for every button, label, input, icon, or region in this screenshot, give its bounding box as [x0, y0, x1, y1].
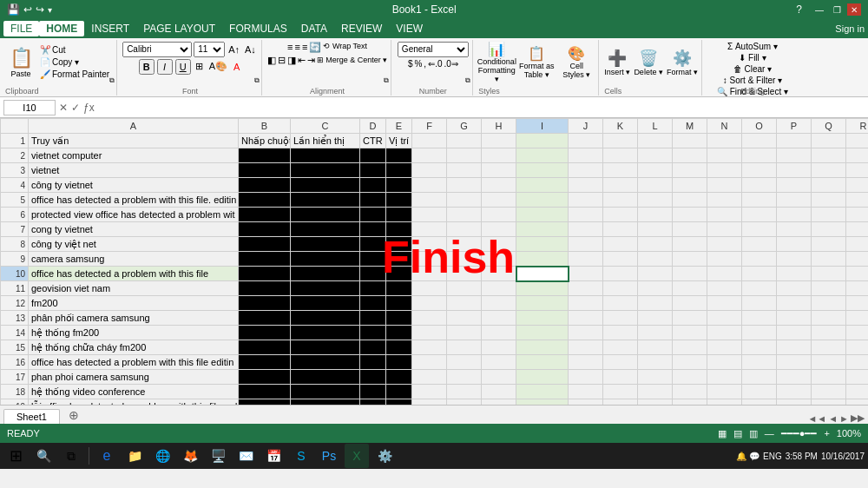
- cell-O6[interactable]: [742, 208, 777, 222]
- font-color-button[interactable]: A: [232, 62, 241, 72]
- col-header-I[interactable]: I: [516, 119, 569, 134]
- cell-C3[interactable]: [291, 163, 360, 178]
- calendar-taskbar-button[interactable]: 📅: [261, 444, 286, 468]
- cell-E19[interactable]: [386, 399, 412, 406]
- cell-R4[interactable]: [846, 178, 869, 193]
- cell-O3[interactable]: [742, 163, 777, 178]
- cell-R17[interactable]: [846, 370, 869, 385]
- cell-N19[interactable]: [707, 399, 742, 406]
- cell-O13[interactable]: [742, 311, 777, 326]
- cell-Q3[interactable]: [812, 163, 846, 178]
- cell-F17[interactable]: [412, 370, 447, 385]
- cell-A11[interactable]: geovision viet nam: [29, 281, 239, 296]
- cell-K8[interactable]: [603, 237, 638, 252]
- cell-P19[interactable]: [777, 399, 812, 406]
- font-grow-button[interactable]: A↑: [227, 44, 241, 55]
- cell-G14[interactable]: [447, 326, 482, 340]
- quick-undo-icon[interactable]: ↩: [23, 3, 32, 16]
- cell-K2[interactable]: [603, 148, 638, 163]
- cell-P16[interactable]: [777, 355, 812, 370]
- cell-M17[interactable]: [673, 370, 707, 385]
- cell-I8[interactable]: [516, 237, 569, 252]
- cell-P9[interactable]: [777, 252, 812, 267]
- cell-B3[interactable]: [239, 163, 291, 178]
- cell-G6[interactable]: [447, 208, 482, 222]
- menu-review[interactable]: REVIEW: [334, 21, 389, 36]
- cell-R6[interactable]: [846, 208, 869, 222]
- cell-A9[interactable]: camera samsung: [29, 252, 239, 267]
- col-header-M[interactable]: M: [673, 119, 707, 134]
- format-as-table-button[interactable]: 📋 Format as Table ▾: [518, 45, 555, 79]
- font-expand[interactable]: ⧉: [254, 76, 260, 85]
- cell-H6[interactable]: [482, 208, 516, 222]
- cell-Q10[interactable]: [812, 267, 846, 281]
- cell-G12[interactable]: [447, 296, 482, 311]
- cell-I12[interactable]: [516, 296, 569, 311]
- col-header-O[interactable]: O: [742, 119, 777, 134]
- cell-D16[interactable]: [360, 355, 386, 370]
- cell-Q11[interactable]: [812, 281, 846, 296]
- cell-H4[interactable]: [482, 178, 516, 193]
- cell-A19[interactable]: lỗi office has detected a problem with t…: [29, 399, 239, 406]
- cell-G15[interactable]: [447, 340, 482, 355]
- cell-A4[interactable]: công ty vietnet: [29, 178, 239, 193]
- cell-K7[interactable]: [603, 222, 638, 237]
- cell-H14[interactable]: [482, 326, 516, 340]
- cell-styles-button[interactable]: 🎨 Cell Styles ▾: [558, 45, 595, 79]
- start-button[interactable]: ⊞: [3, 444, 28, 468]
- autosum-button[interactable]: Σ AutoSum ▾: [727, 42, 778, 51]
- row-number-14[interactable]: 14: [1, 326, 29, 340]
- decrease-indent-button[interactable]: ⇤: [298, 55, 306, 66]
- cell-J19[interactable]: [569, 399, 603, 406]
- cell-N10[interactable]: [707, 267, 742, 281]
- zoom-slider[interactable]: ━━━●━━: [781, 428, 818, 439]
- col-header-F[interactable]: F: [412, 119, 447, 134]
- quick-save-icon[interactable]: 💾: [7, 3, 20, 16]
- cell-N17[interactable]: [707, 370, 742, 385]
- cell-E14[interactable]: [386, 326, 412, 340]
- cell-M15[interactable]: [673, 340, 707, 355]
- insert-cells-button[interactable]: ➕ Insert ▾: [604, 49, 630, 76]
- cell-J10[interactable]: [569, 267, 603, 281]
- cell-E17[interactable]: [386, 370, 412, 385]
- cell-D8[interactable]: [360, 237, 386, 252]
- cell-J18[interactable]: [569, 385, 603, 399]
- bold-button[interactable]: B: [139, 59, 155, 75]
- cell-K3[interactable]: [603, 163, 638, 178]
- fill-button[interactable]: ⬇ Fill ▾: [739, 53, 766, 63]
- cell-G11[interactable]: [447, 281, 482, 296]
- cell-M3[interactable]: [673, 163, 707, 178]
- cell-H16[interactable]: [482, 355, 516, 370]
- insert-function-icon[interactable]: ƒx: [83, 102, 95, 114]
- cell-I15[interactable]: [516, 340, 569, 355]
- cell-E15[interactable]: [386, 340, 412, 355]
- restore-button[interactable]: ❐: [830, 3, 844, 16]
- cell-C14[interactable]: [291, 326, 360, 340]
- cell-G10[interactable]: [447, 267, 482, 281]
- cell-K10[interactable]: [603, 267, 638, 281]
- cell-H3[interactable]: [482, 163, 516, 178]
- cell-F10[interactable]: [412, 267, 447, 281]
- search-button[interactable]: 🔍: [31, 444, 56, 468]
- cell-N9[interactable]: [707, 252, 742, 267]
- cell-M19[interactable]: [673, 399, 707, 406]
- cell-A6[interactable]: protected view office has detected a pro…: [29, 208, 239, 222]
- cell-K19[interactable]: [603, 399, 638, 406]
- cell-E12[interactable]: [386, 296, 412, 311]
- cell-A17[interactable]: phan phoi camera samsung: [29, 370, 239, 385]
- cell-H12[interactable]: [482, 296, 516, 311]
- cell-L17[interactable]: [638, 370, 673, 385]
- cell-M10[interactable]: [673, 267, 707, 281]
- cell-B9[interactable]: [239, 252, 291, 267]
- row-number-1[interactable]: 1: [1, 134, 29, 148]
- cancel-formula-icon[interactable]: ✕: [59, 102, 68, 114]
- cell-N18[interactable]: [707, 385, 742, 399]
- cell-P3[interactable]: [777, 163, 812, 178]
- cell-B1[interactable]: Nhấp chuột: [239, 134, 291, 148]
- cell-P10[interactable]: [777, 267, 812, 281]
- cell-O2[interactable]: [742, 148, 777, 163]
- cell-R3[interactable]: [846, 163, 869, 178]
- cell-B12[interactable]: [239, 296, 291, 311]
- cell-G17[interactable]: [447, 370, 482, 385]
- cell-P2[interactable]: [777, 148, 812, 163]
